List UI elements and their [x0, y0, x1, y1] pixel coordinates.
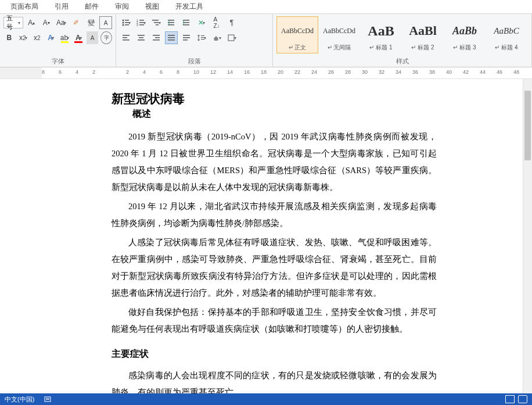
- highlight-button[interactable]: ab▾: [59, 31, 71, 44]
- ruler-tick: 6: [59, 69, 62, 75]
- style-name: ↵ 标题 3: [453, 44, 476, 52]
- menu-view[interactable]: 视图: [137, 0, 167, 13]
- align-distribute-button[interactable]: [180, 31, 193, 44]
- multilevel-list-button[interactable]: ▾: [150, 16, 163, 29]
- menu-devtools[interactable]: 开发工具: [167, 0, 211, 13]
- ruler-tick: 6: [160, 69, 163, 75]
- decrease-indent-button[interactable]: [165, 16, 178, 29]
- svg-rect-16: [168, 22, 174, 23]
- change-case-button[interactable]: Aa▾: [55, 16, 68, 29]
- svg-rect-21: [123, 35, 130, 36]
- svg-rect-20: [183, 24, 189, 26]
- menu-bar: 页面布局 引用 邮件 审阅 视图 开发工具: [0, 0, 532, 14]
- menu-mailings[interactable]: 邮件: [77, 0, 107, 13]
- menu-references[interactable]: 引用: [46, 0, 77, 13]
- increase-indent-button[interactable]: [180, 16, 193, 29]
- style-item-2[interactable]: AaB↵ 标题 1: [360, 16, 402, 53]
- svg-rect-24: [138, 35, 145, 36]
- borders-button[interactable]: ▾: [225, 31, 238, 44]
- shading-button[interactable]: ▾: [210, 31, 223, 44]
- svg-rect-15: [168, 20, 174, 21]
- vertical-scrollbar[interactable]: [523, 79, 532, 393]
- view-print-layout-icon[interactable]: [505, 395, 515, 403]
- font-size-selector[interactable]: 五号▾: [3, 17, 23, 28]
- ruler-tick: 24: [311, 69, 317, 75]
- style-item-1[interactable]: AaBbCcDd↵ 无间隔: [318, 16, 360, 53]
- paragraph-group-label: 段落: [116, 57, 272, 66]
- svg-rect-33: [183, 35, 190, 36]
- font-group-label: 字体: [0, 57, 116, 66]
- bold-button[interactable]: B: [3, 31, 15, 44]
- enclose-char-button[interactable]: 字: [100, 31, 112, 44]
- line-spacing-button[interactable]: ▾: [195, 31, 208, 44]
- subscript-button[interactable]: x2▾: [17, 31, 29, 44]
- svg-point-4: [123, 24, 124, 26]
- char-shading-button[interactable]: A: [87, 31, 98, 44]
- menu-page-layout[interactable]: 页面布局: [2, 0, 46, 13]
- document-area[interactable]: 新型冠状病毒 概述 2019 新型冠状病毒（2019-nCoV），因 2019 …: [0, 79, 532, 393]
- align-left-button[interactable]: [120, 31, 132, 44]
- status-accessibility-icon[interactable]: [44, 395, 52, 403]
- svg-rect-29: [153, 40, 160, 41]
- ruler-tick: 2: [126, 69, 129, 75]
- doc-subtitle: 概述: [132, 108, 437, 120]
- style-name: ↵ 无间隔: [328, 44, 351, 52]
- grow-font-button[interactable]: A▴: [26, 16, 38, 29]
- ruler-tick: 12: [210, 69, 216, 75]
- ruler-tick: 2: [92, 69, 95, 75]
- svg-rect-26: [138, 40, 145, 41]
- ruler-tick: 8: [42, 69, 45, 75]
- phonetic-guide-button[interactable]: 變: [85, 16, 98, 29]
- svg-rect-18: [183, 20, 189, 21]
- ruler-tick: 28: [345, 69, 351, 75]
- style-name: ↵ 标题 4: [495, 44, 517, 52]
- svg-point-2: [123, 22, 124, 24]
- doc-paragraph: 2019 年 12 月以来，湖北省武汉市持续开展流感及相关疾病监测，发现多起病毒…: [112, 198, 437, 232]
- clear-format-button[interactable]: ✐: [70, 16, 82, 29]
- style-item-5[interactable]: AaBbC↵ 标题 4: [486, 16, 527, 53]
- style-preview: AaBb: [452, 18, 477, 44]
- style-preview: AaBbCcDd: [323, 18, 355, 44]
- align-right-button[interactable]: [150, 31, 163, 44]
- ruler-tick: 16: [244, 69, 250, 75]
- svg-rect-13: [154, 22, 159, 23]
- align-justify-button[interactable]: [165, 31, 178, 44]
- sort-button[interactable]: AZ↓: [210, 16, 223, 29]
- style-preview: AaB: [368, 18, 394, 44]
- ruler-tick: 4: [143, 69, 146, 75]
- style-item-3[interactable]: AaBl↵ 标题 2: [402, 16, 444, 53]
- scrollbar-thumb[interactable]: [524, 91, 531, 160]
- char-border-button[interactable]: A: [99, 16, 112, 29]
- ruler-tick: 44: [480, 69, 486, 75]
- style-item-4[interactable]: AaBb↵ 标题 3: [444, 16, 486, 53]
- asian-layout-button[interactable]: ✕▾: [195, 16, 208, 29]
- show-marks-button[interactable]: ¶: [225, 16, 238, 29]
- ribbon: 五号▾ A▴ A▾ Aa▾ ✐ 變 A B x2▾ x2 A▾ ab▾ A▾ A…: [0, 14, 532, 67]
- menu-review[interactable]: 审阅: [107, 0, 137, 13]
- ruler-tick: 48: [513, 69, 519, 75]
- ruler-tick: 20: [278, 69, 283, 75]
- numbering-button[interactable]: 123▾: [135, 16, 148, 29]
- doc-paragraph: 做好自我保护包括：保持基本的手部和呼吸道卫生，坚持安全饮食习惯，并尽可能避免与任…: [112, 304, 437, 338]
- svg-rect-31: [168, 37, 175, 38]
- view-read-mode-icon[interactable]: [518, 395, 527, 403]
- doc-paragraph: 人感染了冠状病毒后常见体征有呼吸道症状、发热、咳嗽、气促和呼吸困难等。在较严重病…: [112, 234, 437, 302]
- status-language[interactable]: 中文(中国): [5, 395, 34, 404]
- font-color-button[interactable]: A▾: [73, 31, 84, 44]
- ribbon-font-group: 五号▾ A▴ A▾ Aa▾ ✐ 變 A B x2▾ x2 A▾ ab▾ A▾ A…: [0, 14, 116, 67]
- bullets-button[interactable]: ▾: [120, 16, 132, 29]
- style-item-0[interactable]: AaBbCcDd↵ 正文: [276, 16, 318, 53]
- ruler-tick: 26: [328, 69, 334, 75]
- ruler-tick: 46: [497, 69, 502, 75]
- doc-paragraph: 2019 新型冠状病毒（2019-nCoV），因 2019 年武汉病毒性肺炎病例…: [112, 128, 437, 196]
- doc-paragraph: 感染病毒的人会出现程度不同的症状，有的只是发烧或轻微咳嗽，有的会发展为肺炎，有的…: [112, 367, 437, 393]
- svg-rect-22: [123, 37, 127, 38]
- ruler-tick: 34: [396, 69, 401, 75]
- svg-rect-25: [139, 37, 143, 38]
- style-preview: AaBbC: [494, 18, 519, 44]
- text-effects-button[interactable]: A▾: [45, 31, 57, 44]
- ruler[interactable]: 8642246810121416182022242628303234363840…: [0, 67, 532, 79]
- shrink-font-button[interactable]: A▾: [40, 16, 53, 29]
- superscript-button[interactable]: x2: [31, 31, 43, 44]
- align-center-button[interactable]: [135, 31, 148, 44]
